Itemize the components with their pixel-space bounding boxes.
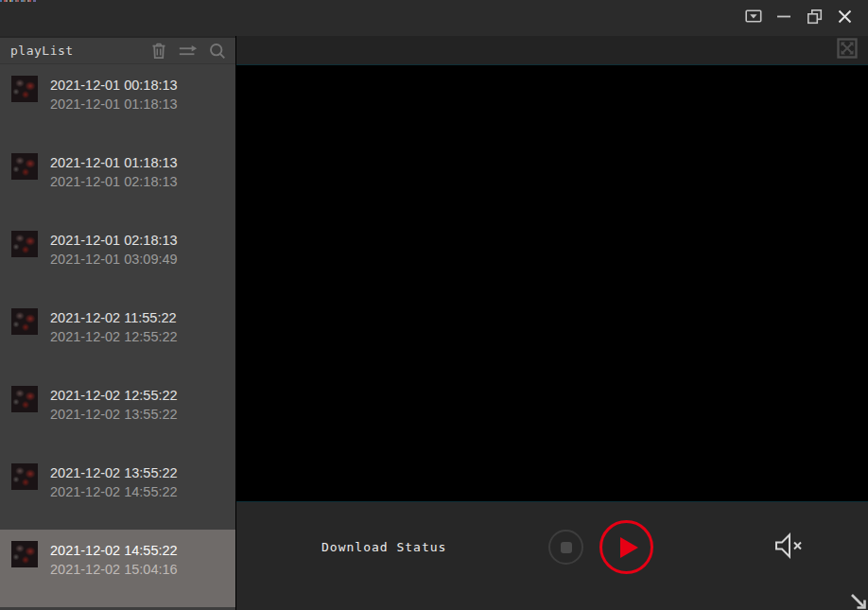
start-time: 2021-12-02 11:55:22: [50, 308, 178, 327]
playlist-item-times: 2021-12-01 00:18:13 2021-12-01 01:18:13: [50, 76, 178, 113]
start-time: 2021-12-01 01:18:13: [50, 153, 178, 172]
stop-button[interactable]: [548, 530, 583, 565]
expand-button[interactable]: [837, 40, 858, 61]
playlist-header: playList: [0, 36, 235, 64]
resize-grip-icon[interactable]: [850, 593, 868, 610]
boxed-caret-down-icon: [745, 9, 762, 27]
playlist-title: playList: [10, 44, 74, 58]
search-icon[interactable]: [207, 41, 228, 61]
minimize-icon: [776, 9, 791, 27]
playlist-item-times: 2021-12-02 14:55:22 2021-12-02 15:04:16: [50, 541, 178, 579]
window-menu-button[interactable]: [741, 6, 766, 30]
playlist-panel: playList: [0, 36, 235, 610]
playlist-item[interactable]: 2021-12-01 00:18:13 2021-12-01 01:18:13: [0, 64, 235, 142]
playlist-item[interactable]: 2021-12-02 12:55:22 2021-12-02 13:55:22: [0, 375, 235, 452]
playlist-item[interactable]: 2021-12-02 14:55:22 2021-12-02 15:04:16: [0, 530, 235, 607]
restore-button[interactable]: [802, 6, 826, 30]
speaker-muted-icon: [770, 531, 809, 565]
video-thumbnail: [11, 231, 38, 257]
window-controls: [741, 0, 857, 36]
end-time: 2021-12-02 13:55:22: [50, 405, 178, 424]
video-thumbnail: [11, 76, 38, 102]
video-thumbnail: [11, 541, 38, 567]
playlist-header-icons: [148, 41, 228, 61]
playlist-item-times: 2021-12-02 12:55:22 2021-12-02 13:55:22: [50, 386, 178, 424]
playlist-item[interactable]: 2021-12-02 11:55:22 2021-12-02 12:55:22: [0, 297, 235, 375]
video-thumbnail: [11, 463, 38, 490]
playlist-item-times: 2021-12-02 13:55:22 2021-12-02 14:55:22: [50, 463, 178, 501]
end-time: 2021-12-01 01:18:13: [50, 95, 178, 113]
video-thumbnail: [11, 308, 38, 335]
close-button[interactable]: [832, 6, 857, 30]
play-icon: [620, 537, 638, 558]
minimize-button[interactable]: [772, 6, 796, 30]
playlist-item[interactable]: 2021-12-02 13:55:22 2021-12-02 14:55:22: [0, 452, 235, 530]
start-time: 2021-12-02 13:55:22: [50, 463, 178, 482]
titlebar: [0, 0, 868, 36]
end-time: 2021-12-01 02:18:13: [50, 172, 178, 191]
end-time: 2021-12-02 14:55:22: [50, 482, 178, 501]
mute-button[interactable]: [767, 532, 812, 564]
playlist-item[interactable]: 2021-12-01 02:18:13 2021-12-01 03:09:49: [0, 219, 235, 297]
playlist-item-times: 2021-12-01 01:18:13 2021-12-01 02:18:13: [50, 153, 178, 191]
start-time: 2021-12-02 14:55:22: [50, 541, 178, 560]
start-time: 2021-12-01 00:18:13: [50, 76, 178, 95]
titlebar-clipped-text: [0, 0, 36, 2]
start-time: 2021-12-02 12:55:22: [50, 386, 178, 405]
video-toolbar: [236, 36, 868, 64]
playlist-item[interactable]: 2021-12-01 01:18:13 2021-12-01 02:18:13: [0, 142, 235, 219]
restore-icon: [807, 9, 823, 28]
video-player-window: playList: [0, 0, 868, 610]
close-icon: [837, 9, 853, 28]
video-thumbnail: [11, 386, 38, 412]
list-arrow-icon[interactable]: [178, 41, 199, 61]
video-display-area[interactable]: [236, 64, 868, 502]
playlist-items: 2021-12-01 00:18:13 2021-12-01 01:18:13 …: [0, 64, 235, 610]
end-time: 2021-12-02 15:04:16: [50, 560, 178, 579]
end-time: 2021-12-01 03:09:49: [50, 250, 178, 269]
download-status-label: Download Status: [321, 540, 446, 554]
playlist-item-times: 2021-12-01 02:18:13 2021-12-01 03:09:49: [50, 231, 178, 269]
play-button[interactable]: [599, 520, 653, 574]
playlist-item-times: 2021-12-02 11:55:22 2021-12-02 12:55:22: [50, 308, 178, 346]
video-thumbnail: [11, 153, 38, 180]
expand-icon: [836, 37, 859, 63]
stop-icon: [561, 542, 572, 553]
start-time: 2021-12-01 02:18:13: [50, 231, 178, 250]
player-control-bar: Download Status: [236, 502, 868, 610]
end-time: 2021-12-02 12:55:22: [50, 327, 178, 346]
trash-icon[interactable]: [148, 41, 169, 61]
